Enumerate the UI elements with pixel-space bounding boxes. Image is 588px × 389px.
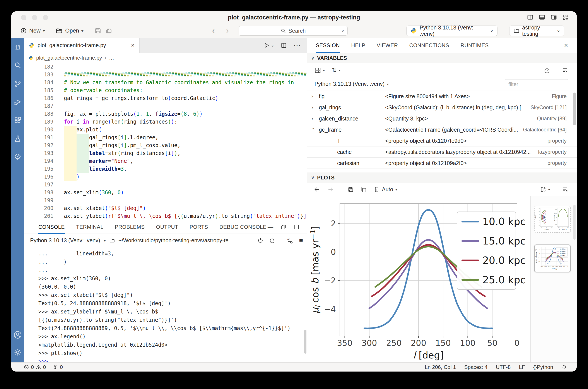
zoom-window-icon[interactable] (43, 15, 48, 20)
group-by-icon[interactable]: ▾ (315, 67, 325, 74)
console-tab-problems[interactable]: PROBLEMS (115, 220, 145, 234)
disclosure-icon[interactable]: › (311, 115, 316, 122)
run-file-icon[interactable]: ∨ (263, 42, 274, 49)
nav-forward-icon[interactable]: › (226, 26, 229, 35)
disclosure-icon[interactable]: › (311, 128, 317, 132)
environment-tree-icon[interactable] (14, 153, 22, 161)
variables-filter-input[interactable] (505, 79, 568, 89)
more-actions-icon[interactable]: ⋯ (293, 41, 301, 50)
search-input[interactable]: Search ∨ (239, 26, 348, 35)
plot-figure[interactable]: 350300250200150100500−4−202l [deg]μl cos… (307, 196, 530, 362)
variables-session-label[interactable]: Python 3.10.13 (Venv: .venv) (315, 81, 384, 87)
indent-guide (64, 165, 77, 173)
console-menu-icon[interactable]: ≡ (299, 237, 303, 244)
refresh-variables-icon[interactable] (544, 67, 550, 74)
cursor-position[interactable]: Ln 206, Col 1 (425, 364, 456, 370)
restart-icon[interactable] (269, 237, 275, 244)
variable-name: cache (337, 149, 352, 155)
variables-section-header[interactable]: ∨ VARIABLES (307, 53, 577, 63)
variable-row[interactable]: T<property object at 0x1207fe9d0>propert… (307, 135, 577, 146)
notifications-bell-icon[interactable] (561, 364, 567, 370)
close-window-icon[interactable] (21, 15, 26, 20)
maximize-panel-icon[interactable] (294, 224, 299, 230)
console-session-label[interactable]: Python 3.10.13 (Venv: .venv) (30, 237, 100, 244)
new-button[interactable]: New ▾ (20, 27, 45, 34)
eol-sequence[interactable]: LF (519, 364, 525, 370)
search-sidebar-icon[interactable] (14, 61, 22, 69)
save-icon[interactable] (94, 27, 102, 34)
panel-right-icon[interactable] (551, 14, 557, 21)
variable-row[interactable]: ›fig<Figure size 800x494 with 1 Axes>Fig… (307, 91, 577, 102)
disclosure-icon[interactable]: › (311, 104, 316, 110)
save-plot-icon[interactable] (348, 186, 354, 193)
next-plot-icon[interactable] (327, 186, 334, 193)
variable-type: lazyproperty (534, 149, 577, 155)
window-title: plot_galactocentric-frame.py — astropy-t… (11, 14, 577, 21)
panel-tab-connections[interactable]: CONNECTIONS (409, 38, 449, 53)
console-tab-debug-console[interactable]: DEBUG CONSOLE (219, 220, 266, 234)
source-control-icon[interactable] (14, 79, 22, 88)
variable-row[interactable]: cache<astropy.utils.decorators.lazyprope… (307, 146, 577, 158)
minimize-panel-icon[interactable]: — (268, 224, 273, 230)
panel-bottom-icon[interactable] (539, 14, 545, 21)
layout-customize-icon[interactable] (562, 14, 569, 21)
clear-variables-icon[interactable] (562, 67, 568, 74)
console-output[interactable]: ... linewidth=3,... )...>>> ax.set_xlim(… (24, 247, 304, 362)
plot-thumbnail-rings[interactable]: 3020100−10−20−30−25025y [kpc]x [kpc]2001… (534, 206, 571, 233)
console-tab-console[interactable]: CONSOLE (38, 220, 65, 234)
close-panel-icon[interactable]: × (564, 38, 577, 53)
variables-scrollbar[interactable] (573, 93, 576, 125)
sort-icon[interactable]: ⇅▾ (331, 66, 341, 74)
variable-row[interactable]: ›gal_rings<SkyCoord (Galactic): (l, b, d… (307, 102, 577, 113)
variable-row[interactable]: cartesian<property object at 0x12109a2f0… (307, 158, 577, 169)
panel-tab-runtimes[interactable]: RUNTIMES (460, 38, 489, 53)
indentation[interactable]: Spaces: 4 (464, 364, 488, 370)
settings-gear-icon[interactable] (13, 348, 22, 357)
testing-icon[interactable] (14, 134, 22, 143)
code-line: 193 label=str(ring_distances[i]), (24, 149, 307, 157)
close-tab-icon[interactable]: × (131, 42, 135, 49)
ports-status[interactable]: 0 (52, 364, 63, 370)
extensions-icon[interactable] (14, 116, 22, 125)
encoding[interactable]: UTF-8 (496, 364, 511, 370)
problems-status[interactable]: 0 0 (24, 364, 46, 370)
previous-plot-icon[interactable] (314, 186, 321, 193)
panel-tab-viewer[interactable]: VIEWER (377, 38, 398, 53)
workspace-selector[interactable]: astropy-testing ∨ (509, 26, 564, 36)
split-editor-icon[interactable] (281, 42, 287, 48)
word-wrap-icon[interactable]: ab (287, 237, 293, 244)
panel-tab-session[interactable]: SESSION (316, 38, 340, 53)
open-button[interactable]: Open ▾ (56, 27, 84, 34)
panel-tab-help[interactable]: HELP (351, 38, 365, 53)
language-mode[interactable]: {}Python (533, 364, 553, 370)
line-number: 198 (24, 189, 54, 196)
plot-thumbnail-current[interactable]: 350300250200150100500−4−202l [deg]μₗ cos… (534, 244, 571, 272)
shutdown-icon[interactable] (257, 237, 264, 244)
console-tab-terminal[interactable]: TERMINAL (76, 220, 103, 234)
plots-layout-icon[interactable]: ▾ (540, 186, 550, 193)
explorer-icon[interactable] (14, 43, 22, 51)
console-tab-ports[interactable]: PORTS (190, 220, 208, 234)
plot-sizing-selector[interactable]: Auto ▾ (374, 186, 397, 193)
plots-section-header[interactable]: ∨ PLOTS (307, 172, 577, 183)
tab-plot-galactocentric-frame[interactable]: plot_galactocentric-frame.py × (24, 38, 140, 53)
console-tab-output[interactable]: OUTPUT (156, 220, 178, 234)
interpreter-selector[interactable]: Python 3.10.13 (Venv: .venv) ∨ (406, 26, 498, 36)
split-columns-icon[interactable] (527, 14, 533, 21)
code-editor[interactable]: 182183##################################… (24, 63, 307, 220)
save-all-icon[interactable] (105, 27, 113, 34)
disclosure-icon[interactable]: › (311, 93, 316, 99)
breadcrumb[interactable]: plot_galactocentric-frame.py › … (24, 53, 307, 63)
account-icon[interactable] (13, 330, 22, 339)
run-debug-icon[interactable] (14, 98, 22, 106)
clear-plots-icon[interactable] (562, 186, 568, 193)
copy-plot-icon[interactable] (360, 186, 367, 193)
variable-row[interactable]: ›galcen_distance<Quantity 8. kpc>Quantit… (307, 113, 577, 124)
restore-panel-icon[interactable] (281, 224, 286, 230)
traffic-lights[interactable] (21, 15, 48, 20)
variable-row[interactable]: ›gc_frame<Galactocentric Frame (galcen_c… (307, 124, 577, 135)
console-scrollbar[interactable] (304, 330, 306, 354)
nav-back-icon[interactable]: ‹ (212, 26, 215, 35)
plots-scrollbar[interactable] (573, 205, 576, 240)
minimize-window-icon[interactable] (32, 15, 37, 20)
